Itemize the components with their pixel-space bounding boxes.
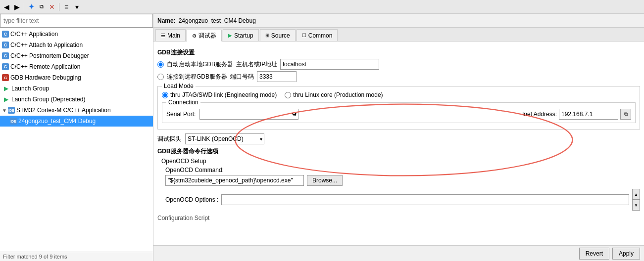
content-area: GDB连接设置 自动启动本地GDB服务器 主机名或IP地址 连接到远程GDB服务… xyxy=(153,42,644,245)
openocd-options-row: OpenOCD Options : ▲ ▼ xyxy=(165,189,640,211)
tree-item-label: C/C++ Remote Application xyxy=(10,63,80,70)
tab-startup[interactable]: ▶ Startup xyxy=(223,29,259,41)
openocd-setup-section: OpenOCD Setup OpenOCD Command: Browse...… xyxy=(161,158,640,211)
inet-address-input[interactable] xyxy=(559,109,618,120)
connection-row: Serial Port: Inet Address: ⧉ xyxy=(166,109,631,120)
c-icon: C xyxy=(2,31,9,38)
tab-main-label: Main xyxy=(167,32,180,39)
toolbar: ◀ ▶ ✦ ⧉ ✕ ≡ ▾ xyxy=(0,0,644,14)
gdb-radio2-label: 连接到远程GDB服务器 xyxy=(167,73,227,81)
ide-icon-selected: IDE xyxy=(10,118,17,125)
right-panel: Name: 24gongzuo_test_CM4 Debug ☰ Main ⚙ … xyxy=(153,14,644,261)
spinner-up[interactable]: ▲ xyxy=(632,189,640,200)
openocd-options-input[interactable] xyxy=(221,194,629,205)
tab-startup-label: Startup xyxy=(234,32,253,39)
tree-item-cpp-remote[interactable]: C C/C++ Remote Application xyxy=(0,61,153,72)
load-mode-section: Load Mode thru JTAG/SWD link (Engineerin… xyxy=(157,86,640,130)
tab-debugger[interactable]: ⚙ 调试器 xyxy=(187,30,222,42)
c-icon: C xyxy=(2,52,9,59)
port-input[interactable] xyxy=(257,71,297,82)
connection-label: Connection xyxy=(166,99,200,106)
tree-area: C C/C++ Application C C/C++ Attach to Ap… xyxy=(0,28,153,252)
connection-box: Connection Serial Port: Inet Address: xyxy=(162,102,636,123)
apply-button[interactable]: Apply xyxy=(612,248,640,260)
tab-common[interactable]: ☐ Common xyxy=(297,29,338,41)
c-icon: C xyxy=(2,42,9,48)
tree-item-launch-group-deprecated[interactable]: ▶ Launch Group (Deprecated) xyxy=(0,94,153,105)
host-label: 主机名或IP地址 xyxy=(236,60,277,69)
connection-section: Connection Serial Port: Inet Address: xyxy=(162,102,636,123)
c-icon: C xyxy=(2,63,9,70)
ide-icon: IDE xyxy=(8,107,15,114)
gdb-radio2[interactable] xyxy=(157,74,164,80)
tab-common-icon: ☐ xyxy=(302,33,306,38)
inet-address-section: Inet Address: ⧉ xyxy=(522,109,631,120)
tree-item-label: C/C++ Postmortem Debugger xyxy=(10,52,89,59)
load-mode-opt2-label: thru Linux core (Production mode) xyxy=(293,91,383,98)
openocd-command-input[interactable] xyxy=(165,175,304,186)
revert-button[interactable]: Revert xyxy=(579,248,609,260)
gdb-radio1[interactable] xyxy=(157,61,164,68)
tab-source[interactable]: ⊞ Source xyxy=(260,29,296,41)
toolbar-forward-icon[interactable]: ▶ xyxy=(12,2,21,11)
inet-copy-button[interactable]: ⧉ xyxy=(620,109,631,120)
tree-item-launch-group[interactable]: ▶ Launch Group xyxy=(0,83,153,94)
tabs: ☰ Main ⚙ 调试器 ▶ Startup ⊞ Source ☐ Common xyxy=(153,28,644,42)
tree-item-cpp-app[interactable]: C C/C++ Application xyxy=(0,29,153,40)
tab-debugger-icon: ⚙ xyxy=(192,33,197,39)
load-mode-radio1[interactable] xyxy=(162,92,168,98)
tree-item-cpp-postmortem[interactable]: C C/C++ Postmortem Debugger xyxy=(0,50,153,61)
filter-status-text: Filter matched 9 of 9 items xyxy=(3,254,67,260)
name-label: Name: xyxy=(157,17,176,24)
toolbar-filter-icon[interactable]: ≡ xyxy=(62,2,71,11)
serial-port-select[interactable] xyxy=(199,109,298,120)
gdb-section-title: GDB连接设置 xyxy=(157,48,640,57)
toolbar-dropdown-icon[interactable]: ▾ xyxy=(72,2,81,11)
host-input[interactable] xyxy=(280,59,379,70)
tab-debugger-label: 调试器 xyxy=(198,32,216,40)
port-label: 端口号码 xyxy=(230,73,254,81)
tree-item-24gongzuo[interactable]: IDE 24gongzuo_test_CM4 Debug xyxy=(0,116,153,127)
tree-item-label: STM32 Cortex-M C/C++ Application xyxy=(16,107,111,114)
serial-port-label: Serial Port: xyxy=(166,111,196,118)
tab-source-icon: ⊞ xyxy=(265,33,269,38)
gdb-radio1-label: 自动启动本地GDB服务器 xyxy=(167,60,233,69)
run-icon: ▶ xyxy=(2,85,10,92)
load-mode-options: thru JTAG/SWD link (Engineering mode) th… xyxy=(162,91,636,98)
filter-status: Filter matched 9 of 9 items xyxy=(0,252,153,261)
tree-item-label: 24gongzuo_test_CM4 Debug xyxy=(18,118,96,125)
openocd-setup-label: OpenOCD Setup xyxy=(161,158,640,165)
probe-select-wrapper: ST-LINK (OpenOCD) xyxy=(185,133,264,144)
tree-item-label: GDB Hardware Debugging xyxy=(10,74,81,81)
browse-button[interactable]: Browse... xyxy=(307,175,343,186)
probe-select[interactable]: ST-LINK (OpenOCD) xyxy=(185,133,264,144)
tree-item-label: C/C++ Application xyxy=(10,31,58,38)
name-value: 24gongzuo_test_CM4 Debug xyxy=(179,17,256,24)
tree-item-gdb-hardware[interactable]: G GDB Hardware Debugging xyxy=(0,72,153,83)
name-bar: Name: 24gongzuo_test_CM4 Debug xyxy=(153,14,644,28)
main-area: C C/C++ Application C C/C++ Attach to Ap… xyxy=(0,14,644,261)
filter-input[interactable] xyxy=(0,14,153,28)
inet-address-label: Inet Address: xyxy=(522,111,557,118)
load-mode-opt2-row: thru Linux core (Production mode) xyxy=(285,91,383,98)
toolbar-separator2 xyxy=(59,3,59,11)
load-mode-radio2[interactable] xyxy=(285,92,291,98)
tree-item-label: Launch Group (Deprecated) xyxy=(11,96,85,103)
tree-item-cpp-attach[interactable]: C C/C++ Attach to Application xyxy=(0,40,153,50)
gdb-radio1-row: 自动启动本地GDB服务器 主机名或IP地址 xyxy=(157,59,640,70)
toolbar-delete-icon[interactable]: ✕ xyxy=(48,2,56,11)
gdb-icon: G xyxy=(2,74,9,81)
toolbar-separator xyxy=(24,3,24,11)
probe-label: 调试探头 xyxy=(157,135,181,143)
tab-main[interactable]: ☰ Main xyxy=(155,29,186,41)
toolbar-back-icon[interactable]: ◀ xyxy=(2,2,11,11)
tree-item-stm32[interactable]: ▼ IDE STM32 Cortex-M C/C++ Application xyxy=(0,105,153,116)
toolbar-new-icon[interactable]: ✦ xyxy=(27,2,36,11)
load-mode-opt1-label: thru JTAG/SWD link (Engineering mode) xyxy=(170,91,277,98)
toolbar-copy-icon[interactable]: ⧉ xyxy=(37,2,46,11)
gdb-cmd-label: GDB服务器命令行选项 xyxy=(157,147,640,156)
probe-row: 调试探头 ST-LINK (OpenOCD) xyxy=(157,133,640,144)
spinner-down[interactable]: ▼ xyxy=(632,200,640,211)
spinner: ▲ ▼ xyxy=(632,189,640,211)
left-panel: C C/C++ Application C C/C++ Attach to Ap… xyxy=(0,14,153,261)
